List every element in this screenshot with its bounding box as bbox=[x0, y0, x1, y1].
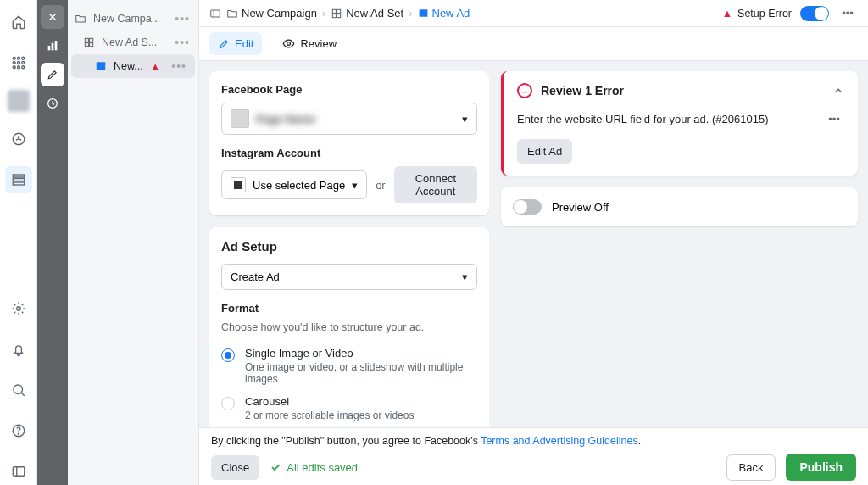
svg-rect-31 bbox=[333, 14, 337, 17]
radio-icon bbox=[221, 348, 235, 362]
tree-adset-more[interactable]: ••• bbox=[173, 36, 192, 49]
error-icon: – bbox=[517, 83, 532, 98]
error-more-icon[interactable]: ••• bbox=[824, 109, 844, 129]
page-thumbnail bbox=[231, 109, 249, 128]
warning-icon: ▲ bbox=[722, 8, 732, 20]
svg-point-10 bbox=[18, 137, 19, 138]
svg-rect-23 bbox=[85, 38, 88, 42]
close-editor-icon[interactable] bbox=[41, 5, 64, 29]
svg-point-2 bbox=[21, 57, 24, 59]
facebook-page-label: Facebook Page bbox=[221, 83, 477, 96]
svg-point-3 bbox=[13, 62, 15, 64]
crumb-campaign[interactable]: New Campaign bbox=[226, 7, 317, 20]
connect-account-button[interactable]: Connect Account bbox=[394, 166, 477, 203]
svg-rect-29 bbox=[333, 9, 337, 13]
edit-pencil-icon[interactable] bbox=[41, 63, 64, 86]
tree-ad[interactable]: New... ▲ ••• bbox=[71, 54, 195, 78]
svg-rect-26 bbox=[90, 43, 93, 47]
error-title: Review 1 Error bbox=[541, 84, 624, 98]
gauge-icon[interactable] bbox=[5, 125, 32, 153]
ads-manager-icon[interactable] bbox=[5, 166, 32, 193]
preview-label: Preview Off bbox=[552, 201, 609, 214]
tab-review[interactable]: Review bbox=[274, 32, 345, 55]
editor-rail bbox=[37, 0, 68, 485]
notifications-icon[interactable] bbox=[5, 336, 32, 363]
active-toggle[interactable] bbox=[800, 6, 829, 21]
search-icon[interactable] bbox=[5, 376, 32, 404]
svg-rect-30 bbox=[337, 9, 341, 13]
panel-toggle-icon[interactable] bbox=[209, 8, 221, 20]
settings-icon[interactable] bbox=[5, 295, 32, 322]
tree-adset[interactable]: New Ad S... ••• bbox=[68, 31, 198, 54]
svg-point-14 bbox=[16, 307, 20, 311]
format-option-single[interactable]: Single Image or VideoOne image or video,… bbox=[221, 342, 477, 390]
history-icon[interactable] bbox=[41, 92, 64, 115]
crumb-ad[interactable]: New Ad bbox=[418, 7, 470, 20]
facebook-page-value: Page Name bbox=[256, 113, 315, 125]
collapse-icon[interactable] bbox=[5, 458, 32, 485]
topbar: New Campaign › New Ad Set › New Ad ▲Setu… bbox=[199, 0, 868, 27]
tab-edit[interactable]: Edit bbox=[209, 32, 262, 55]
svg-rect-19 bbox=[48, 46, 51, 50]
caret-down-icon: ▾ bbox=[462, 113, 468, 125]
tree-ad-warning-icon: ▲ bbox=[150, 60, 161, 73]
setup-error-indicator[interactable]: ▲Setup Error bbox=[722, 8, 792, 20]
format-hint: Choose how you'd like to structure your … bbox=[221, 321, 477, 333]
svg-rect-33 bbox=[419, 9, 427, 17]
edit-ad-button[interactable]: Edit Ad bbox=[517, 139, 572, 164]
error-message: Enter the website URL field for your ad.… bbox=[517, 113, 769, 125]
instagram-value: Use selected Page bbox=[253, 179, 345, 192]
back-button[interactable]: Back bbox=[726, 454, 776, 481]
svg-point-17 bbox=[18, 433, 19, 434]
svg-rect-25 bbox=[85, 43, 88, 47]
footer: By clicking the "Publish" button, you ag… bbox=[199, 427, 868, 485]
preview-card: Preview Off bbox=[501, 187, 858, 226]
svg-point-0 bbox=[13, 57, 15, 59]
preview-toggle[interactable] bbox=[513, 199, 542, 215]
identity-card: Facebook Page Page Name ▾ Instagram Acco… bbox=[209, 71, 489, 215]
svg-point-34 bbox=[287, 42, 291, 46]
tree-campaign-more[interactable]: ••• bbox=[173, 12, 192, 25]
chevron-up-icon[interactable] bbox=[832, 85, 844, 97]
home-icon[interactable] bbox=[5, 8, 32, 36]
svg-rect-24 bbox=[90, 38, 93, 42]
svg-point-1 bbox=[17, 57, 19, 59]
tree-campaign-label: New Campa... bbox=[93, 13, 160, 25]
svg-point-7 bbox=[17, 66, 19, 69]
main-content: New Campaign › New Ad Set › New Ad ▲Setu… bbox=[199, 0, 868, 485]
footer-disclaimer: By clicking the "Publish" button, you ag… bbox=[211, 435, 856, 447]
more-options-icon[interactable]: ••• bbox=[837, 3, 858, 24]
close-button[interactable]: Close bbox=[211, 455, 259, 480]
svg-point-8 bbox=[21, 66, 24, 69]
tabs-bar: Edit Review bbox=[199, 27, 868, 61]
svg-point-6 bbox=[13, 66, 15, 69]
help-icon[interactable] bbox=[5, 417, 32, 444]
apps-icon[interactable] bbox=[5, 49, 32, 76]
caret-down-icon: ▾ bbox=[462, 270, 468, 283]
or-text: or bbox=[376, 179, 386, 192]
crumb-adset[interactable]: New Ad Set bbox=[331, 7, 403, 20]
terms-link[interactable]: Terms and Advertising Guidelines bbox=[481, 435, 638, 447]
publish-button[interactable]: Publish bbox=[786, 454, 856, 481]
instagram-select[interactable]: Use selected Page ▾ bbox=[221, 170, 367, 199]
global-nav-rail bbox=[0, 0, 37, 485]
svg-rect-11 bbox=[13, 175, 25, 177]
tree-ad-more[interactable]: ••• bbox=[170, 59, 188, 73]
tree-campaign[interactable]: New Campa... ••• bbox=[68, 7, 198, 31]
svg-rect-13 bbox=[13, 182, 25, 185]
svg-point-5 bbox=[21, 62, 24, 64]
tree-ad-label: New... bbox=[114, 60, 143, 72]
create-ad-select[interactable]: Create Ad ▾ bbox=[221, 264, 477, 290]
chart-icon[interactable] bbox=[41, 34, 64, 58]
svg-rect-28 bbox=[211, 9, 220, 16]
chevron-right-icon: › bbox=[409, 7, 412, 20]
caret-down-icon: ▾ bbox=[352, 179, 358, 192]
format-option-carousel[interactable]: Carousel2 or more scrollable images or v… bbox=[221, 390, 477, 426]
radio-icon bbox=[221, 397, 235, 410]
account-avatar[interactable] bbox=[8, 90, 30, 112]
format-label: Format bbox=[221, 302, 477, 315]
ad-setup-title: Ad Setup bbox=[221, 239, 477, 254]
svg-rect-20 bbox=[52, 43, 54, 51]
tree-adset-label: New Ad S... bbox=[102, 36, 157, 48]
facebook-page-select[interactable]: Page Name ▾ bbox=[221, 103, 477, 135]
